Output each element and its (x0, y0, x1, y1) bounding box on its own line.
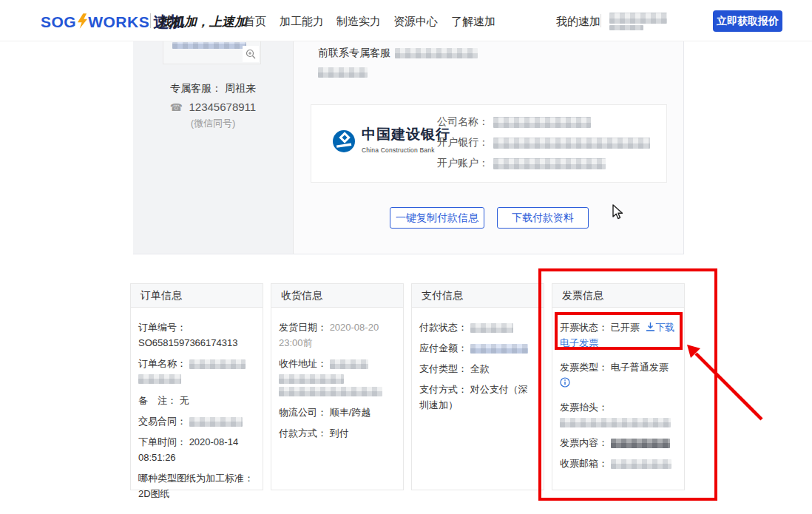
agent-label: 专属客服： (170, 82, 222, 94)
drawing-standard-label: 哪种类型图纸为加工标准： (138, 473, 254, 484)
redacted-block (395, 48, 478, 58)
invoice-email-label: 收票邮箱： (560, 458, 608, 469)
freight-label: 付款方式： (279, 427, 327, 439)
address-label: 收件地址： (279, 358, 327, 369)
invoice-head-label: 发票抬头： (560, 402, 608, 413)
download-icon (646, 322, 654, 331)
nav-item-resources[interactable]: 资源中心 (393, 15, 438, 29)
remark-value: 无 (180, 395, 189, 406)
redacted-block (318, 67, 368, 78)
nav-item-home[interactable]: 首页 (244, 15, 266, 29)
redacted-block (189, 359, 246, 369)
payment-info-panel: 专属客服： 周祖来 ☎ 12345678911 (微信同号) 前联系专属客服 中… (133, 41, 684, 254)
copy-payment-info-button[interactable]: 一键复制付款信息 (390, 207, 484, 229)
redacted-block (609, 13, 667, 24)
logistics-label: 物流公司： (279, 407, 327, 418)
contract-label: 交易合同： (138, 416, 186, 427)
mouse-cursor-icon (612, 204, 625, 223)
redacted-block (470, 323, 513, 333)
bank-account-card: 中国建设银行 China Construction Bank 公司名称： 开户银… (311, 104, 667, 183)
order-no-value: SO6581597366174313 (138, 337, 237, 348)
service-agent-column: 专属客服： 周祖来 ☎ 12345678911 (微信同号) (133, 41, 294, 254)
header-divider (600, 14, 601, 27)
download-payment-docs-button[interactable]: 下载付款资料 (497, 207, 589, 229)
redacted-block (172, 42, 246, 49)
nav-item-about[interactable]: 了解速加 (451, 15, 495, 29)
red-arrow-shaft (696, 354, 762, 419)
redacted-block (330, 359, 368, 369)
qr-code-thumbnail[interactable] (163, 41, 261, 64)
wechat-note: (微信同号) (133, 117, 293, 130)
my-account-link[interactable]: 我的速加 (556, 15, 600, 29)
red-arrow-head (687, 345, 700, 358)
contact-note-text: 前联系专属客服 (318, 47, 390, 58)
nav-item-manufacturing[interactable]: 制造实力 (336, 15, 381, 29)
invoice-content-label: 发票内容： (560, 437, 608, 448)
card-title: 发票信息 (552, 284, 684, 308)
freight-value: 到付 (330, 427, 349, 439)
logo-text-works: WORKS (88, 13, 149, 31)
nav-item-capability[interactable]: 加工能力 (280, 15, 324, 29)
order-info-card: 订单信息 订单编号： SO6581597366174313 订单名称： 备 注：… (130, 283, 263, 490)
redacted-block (279, 374, 344, 384)
payment-info-card: 支付信息 付款状态： 应付金额： 支付类型： 全款 支付方式： 对公支付（深圳速… (411, 283, 544, 490)
card-title: 订单信息 (131, 284, 263, 308)
redacted-block (279, 387, 382, 396)
redacted-block (611, 439, 670, 448)
invoice-status-value: 已开票 (611, 322, 640, 333)
slogan-text: 找机加，上速加 (159, 13, 247, 30)
invoice-type-label: 发票类型： (560, 362, 608, 373)
redacted-block (560, 418, 671, 427)
pay-method-label: 支付方式： (419, 384, 467, 395)
ccb-name-en: China Construction Bank (362, 146, 435, 154)
account-number-label: 开户账户： (437, 157, 489, 169)
redacted-block (189, 417, 243, 427)
ccb-logo-icon (332, 129, 356, 153)
bank-name-label: 开户银行： (437, 136, 489, 148)
amount-label: 应付金额： (419, 342, 467, 354)
order-name-label: 订单名称： (138, 358, 186, 369)
agent-phone: 12345678911 (189, 101, 256, 113)
logistics-value: 顺丰/跨越 (330, 407, 371, 418)
pay-status-label: 付款状态： (419, 322, 467, 333)
logo-divider (150, 13, 151, 28)
agent-name: 周祖来 (225, 82, 256, 94)
top-nav-bar: SOG WORKS 速加 找机加，上速加 首页 加工能力 制造实力 资源中心 了… (0, 0, 812, 41)
get-quote-button[interactable]: 立即获取报价 (713, 10, 782, 32)
shipping-info-card: 收货信息 发货日期： 2020-08-20 23:00前 收件地址： 物流公司：… (271, 283, 404, 490)
redacted-block (611, 459, 671, 469)
order-time-label: 下单时间： (138, 436, 186, 447)
user-name-redacted[interactable] (609, 13, 669, 32)
logo-text-sog: SOG (41, 13, 76, 31)
redacted-block (138, 374, 181, 384)
logo-lightning-icon (77, 13, 87, 32)
ship-date-label: 发货日期： (279, 322, 327, 333)
drawing-standard-value: 2D图纸 (138, 488, 170, 499)
order-no-label: 订单编号： (138, 322, 186, 333)
invoice-type-value: 电子普通发票 (611, 362, 669, 373)
remark-label: 备 注： (138, 395, 177, 406)
card-title: 支付信息 (412, 284, 544, 308)
redacted-block (493, 117, 591, 128)
redacted-block (493, 138, 650, 149)
card-title: 收货信息 (271, 284, 403, 308)
zoom-preview-button[interactable] (243, 46, 259, 62)
info-icon[interactable] (560, 377, 570, 388)
redacted-block (609, 25, 643, 30)
company-name-label: 公司名称： (437, 115, 489, 127)
phone-icon: ☎ (170, 101, 183, 113)
redacted-block (470, 344, 528, 354)
pay-type-label: 支付类型： (419, 363, 467, 374)
invoice-status-label: 开票状态： (560, 322, 608, 333)
ccb-brand: 中国建设银行 China Construction Bank (332, 127, 450, 155)
pay-type-value: 全款 (470, 363, 490, 374)
magnifier-icon (246, 49, 256, 59)
redacted-block (493, 158, 606, 169)
invoice-info-card: 发票信息 开票状态： 已开票 下载电子发票 发票类型： 电子普通发票 发票抬头：… (552, 283, 685, 490)
